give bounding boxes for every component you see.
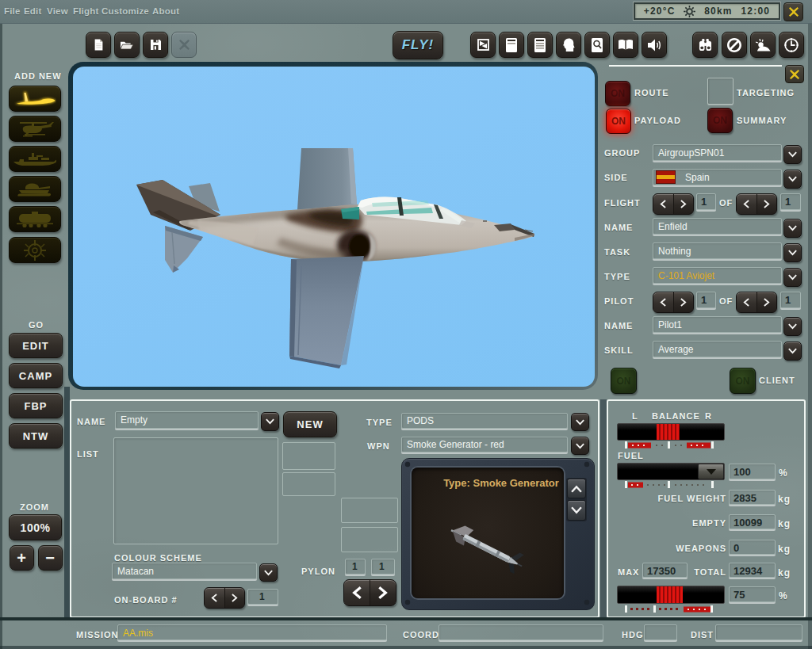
svg-text:Type: Smoke Generator: Type: Smoke Generator [443, 477, 559, 489]
